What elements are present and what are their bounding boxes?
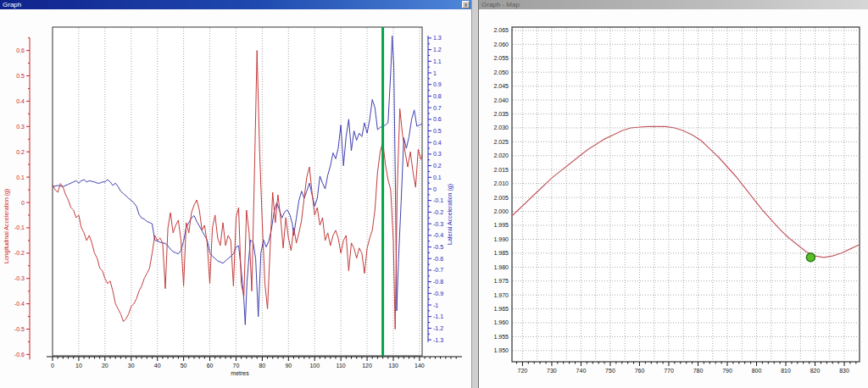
svg-text:90: 90 bbox=[285, 363, 292, 369]
svg-text:0.9: 0.9 bbox=[433, 81, 442, 87]
svg-text:-0.7: -0.7 bbox=[433, 267, 443, 273]
position-marker[interactable] bbox=[806, 253, 815, 262]
longitudinal-axis-label: Longitudinal Acceleration (g) bbox=[3, 189, 10, 263]
metres-axis-label: metres bbox=[231, 370, 249, 376]
svg-text:0.3: 0.3 bbox=[433, 151, 442, 157]
svg-text:100: 100 bbox=[309, 363, 320, 369]
svg-text:0.6: 0.6 bbox=[433, 116, 442, 122]
svg-text:-1.3: -1.3 bbox=[433, 337, 443, 343]
map-x-axis: 720730740750760770780790800810820830 bbox=[517, 362, 856, 374]
svg-text:130: 130 bbox=[388, 363, 398, 369]
svg-text:1.985: 1.985 bbox=[493, 250, 509, 256]
svg-text:830: 830 bbox=[839, 368, 849, 374]
svg-text:730: 730 bbox=[547, 368, 557, 374]
svg-text:0: 0 bbox=[433, 186, 437, 192]
svg-text:0.4: 0.4 bbox=[16, 98, 25, 104]
svg-text:-0.2: -0.2 bbox=[433, 209, 443, 215]
svg-text:0: 0 bbox=[21, 200, 25, 206]
map-window-title: Graph - Map bbox=[481, 0, 520, 9]
close-icon[interactable]: x bbox=[462, 1, 470, 8]
svg-text:140: 140 bbox=[415, 363, 425, 369]
svg-text:20: 20 bbox=[102, 363, 108, 369]
graph-client-area: 0.60.50.40.30.20.10-0.1-0.2-0.3-0.4-0.5-… bbox=[0, 9, 471, 388]
svg-text:720: 720 bbox=[518, 368, 528, 374]
svg-text:-1.1: -1.1 bbox=[433, 313, 443, 319]
svg-text:750: 750 bbox=[605, 368, 615, 374]
svg-text:2.050: 2.050 bbox=[493, 69, 509, 75]
svg-text:0.4: 0.4 bbox=[433, 140, 442, 146]
map-window: Graph - Map 2.0652.0602.0552.0502.0452.0… bbox=[478, 0, 868, 388]
svg-text:2.060: 2.060 bbox=[493, 42, 509, 47]
graph-window-titlebar[interactable]: Graph x bbox=[0, 0, 471, 9]
svg-text:2.055: 2.055 bbox=[493, 55, 509, 61]
svg-text:1.990: 1.990 bbox=[493, 236, 509, 242]
svg-text:-0.8: -0.8 bbox=[433, 279, 443, 285]
svg-text:80: 80 bbox=[259, 363, 265, 369]
svg-text:1.2: 1.2 bbox=[433, 47, 442, 53]
svg-text:0.2: 0.2 bbox=[433, 163, 442, 169]
svg-text:1.980: 1.980 bbox=[493, 264, 509, 270]
svg-text:-0.4: -0.4 bbox=[433, 232, 443, 238]
map-y-axis: 2.0652.0602.0552.0502.0452.0402.0352.030… bbox=[493, 27, 509, 353]
svg-text:2.065: 2.065 bbox=[493, 27, 509, 33]
svg-text:-0.9: -0.9 bbox=[433, 291, 443, 297]
svg-text:-0.6: -0.6 bbox=[14, 352, 25, 358]
lateral-axis: 1.31.21.110.90.80.70.60.50.40.30.20.10-0… bbox=[428, 35, 453, 342]
svg-text:0.5: 0.5 bbox=[433, 128, 442, 134]
svg-text:2.020: 2.020 bbox=[493, 152, 509, 158]
svg-text:2.015: 2.015 bbox=[493, 167, 509, 173]
svg-text:10: 10 bbox=[75, 363, 82, 369]
svg-text:0.1: 0.1 bbox=[433, 175, 442, 180]
svg-text:-0.1: -0.1 bbox=[433, 197, 443, 203]
longitudinal-axis: 0.60.50.40.30.20.10-0.1-0.2-0.3-0.4-0.5-… bbox=[3, 38, 30, 360]
svg-text:-0.5: -0.5 bbox=[14, 326, 25, 332]
svg-text:1.975: 1.975 bbox=[493, 278, 509, 284]
svg-text:120: 120 bbox=[362, 363, 372, 369]
svg-text:780: 780 bbox=[693, 368, 704, 374]
svg-text:-0.1: -0.1 bbox=[14, 224, 25, 230]
svg-text:2.045: 2.045 bbox=[493, 83, 509, 89]
svg-text:2.030: 2.030 bbox=[493, 125, 509, 130]
svg-text:30: 30 bbox=[128, 363, 135, 369]
svg-text:1.1: 1.1 bbox=[433, 58, 442, 64]
svg-text:-0.4: -0.4 bbox=[14, 301, 25, 307]
svg-text:-0.6: -0.6 bbox=[433, 256, 443, 262]
graph-window-title: Graph bbox=[3, 0, 21, 9]
svg-text:0.3: 0.3 bbox=[16, 124, 25, 130]
svg-text:-1.2: -1.2 bbox=[433, 325, 443, 331]
svg-text:0.5: 0.5 bbox=[16, 73, 25, 79]
svg-text:810: 810 bbox=[781, 368, 791, 374]
lateral-axis-label: Lateral Acceleration (g) bbox=[447, 184, 453, 245]
metres-axis: 0102030405060708090100110120130140metres bbox=[47, 357, 462, 376]
svg-text:70: 70 bbox=[233, 363, 240, 369]
svg-text:820: 820 bbox=[810, 368, 821, 374]
svg-text:790: 790 bbox=[722, 368, 732, 374]
map-chart: 2.0652.0602.0552.0502.0452.0402.0352.030… bbox=[479, 9, 868, 388]
svg-text:1.3: 1.3 bbox=[433, 35, 442, 41]
svg-text:0.6: 0.6 bbox=[16, 47, 25, 53]
map-window-titlebar[interactable]: Graph - Map bbox=[479, 0, 868, 9]
svg-text:-0.3: -0.3 bbox=[433, 221, 443, 227]
svg-text:0.1: 0.1 bbox=[16, 175, 25, 180]
svg-text:0: 0 bbox=[51, 363, 54, 369]
svg-text:0.8: 0.8 bbox=[433, 93, 442, 99]
svg-text:1.995: 1.995 bbox=[493, 222, 509, 228]
map-client-area: 2.0652.0602.0552.0502.0452.0402.0352.030… bbox=[479, 9, 868, 388]
svg-text:2.010: 2.010 bbox=[493, 180, 509, 186]
svg-text:-0.2: -0.2 bbox=[14, 250, 25, 256]
svg-text:1.960: 1.960 bbox=[493, 319, 509, 325]
svg-text:0.2: 0.2 bbox=[16, 149, 25, 155]
svg-text:800: 800 bbox=[752, 368, 762, 374]
svg-text:2.005: 2.005 bbox=[493, 195, 509, 201]
svg-text:2.000: 2.000 bbox=[493, 208, 509, 214]
svg-text:1.970: 1.970 bbox=[493, 292, 509, 298]
svg-text:-1: -1 bbox=[433, 302, 438, 308]
svg-text:2.035: 2.035 bbox=[493, 111, 509, 117]
acceleration-chart: 0.60.50.40.30.20.10-0.1-0.2-0.3-0.4-0.5-… bbox=[0, 9, 472, 388]
svg-text:770: 770 bbox=[664, 368, 674, 374]
svg-text:-0.3: -0.3 bbox=[14, 275, 25, 281]
graph-window: Graph x 0.60.50.40.30.20.10-0.1-0.2-0.3-… bbox=[0, 0, 472, 388]
svg-text:110: 110 bbox=[337, 363, 346, 369]
svg-text:2.025: 2.025 bbox=[493, 139, 509, 145]
svg-text:1.955: 1.955 bbox=[493, 334, 509, 340]
